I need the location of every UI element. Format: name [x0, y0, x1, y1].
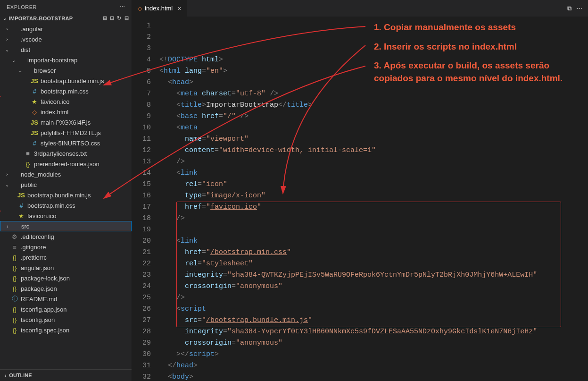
code-line[interactable]: <meta: [159, 122, 588, 134]
chevron-down-icon: ⌄: [3, 16, 7, 21]
code-line[interactable]: crossorigin="anonymous": [159, 338, 588, 349]
tree-item-label: importar-bootstrap: [27, 57, 77, 64]
json-icon: {}: [10, 275, 19, 282]
close-icon[interactable]: ×: [177, 5, 181, 12]
code-line[interactable]: rel="stylesheet": [159, 258, 588, 270]
tree-item-readme-md[interactable]: ⓘREADME.md: [0, 294, 132, 304]
chevron-icon: ⌄: [4, 47, 10, 52]
outline-section[interactable]: › OUTLINE: [0, 369, 132, 381]
tree-item-bootstrap-min-css[interactable]: #bootstrap.min.css: [0, 86, 132, 96]
code-line[interactable]: />: [159, 292, 588, 304]
tree-item-src[interactable]: ›src: [0, 221, 132, 231]
refresh-icon[interactable]: ↻: [117, 15, 121, 21]
tree-item--angular[interactable]: ›.angular: [0, 24, 132, 34]
code-line[interactable]: />: [159, 213, 588, 224]
tree-item-dist[interactable]: ⌄dist: [0, 44, 132, 55]
file-icon: ≡: [10, 244, 19, 251]
tab-label: index.html: [145, 5, 173, 12]
tab-index-html[interactable]: ◇ index.html ×: [132, 0, 187, 17]
code-line[interactable]: <body>: [159, 372, 588, 381]
tree-item-label: tsconfig.json: [21, 316, 55, 323]
tree-item-label: .vscode: [21, 36, 42, 43]
tree-item-tsconfig-json[interactable]: {}tsconfig.json: [0, 314, 132, 325]
annotation-3: 3. Após executar o build, os assets serã…: [374, 59, 577, 85]
star-icon: ★: [30, 98, 39, 105]
code-line[interactable]: crossorigin="anonymous": [159, 281, 588, 292]
new-folder-icon[interactable]: ⊡: [110, 15, 114, 21]
code-line[interactable]: src="/bootstrap.bundle.min.js": [159, 315, 588, 326]
tree-item-tsconfig-spec-json[interactable]: {}tsconfig.spec.json: [0, 325, 132, 335]
tree-item-polyfills-ffhmd2tl-js[interactable]: JSpolyfills-FFHMD2TL.js: [0, 127, 132, 138]
json-icon: {}: [24, 161, 32, 168]
tree-item-label: src: [21, 223, 29, 230]
chevron-icon: ⌄: [17, 68, 24, 73]
code-line[interactable]: content="width=device-width, initial-sca…: [159, 145, 588, 156]
tree-item-label: 3rdpartylicenses.txt: [34, 150, 87, 157]
tree-item-favicon-ico[interactable]: ★favicon.ico: [0, 211, 132, 221]
tree-item--vscode[interactable]: ›.vscode: [0, 34, 132, 44]
tree-item-label: tsconfig.spec.json: [21, 327, 69, 334]
js-icon: JS: [30, 119, 39, 126]
code-line[interactable]: href="favicon.ico": [159, 202, 588, 213]
tree-item-prerendered-routes-json[interactable]: {}prerendered-routes.json: [0, 159, 132, 169]
code-line[interactable]: ></script>: [159, 349, 588, 360]
json-icon: {}: [10, 264, 19, 271]
code-line[interactable]: integrity="sha384-YvpcrYf0tY3lHB60NNkmXc…: [159, 326, 588, 338]
chevron-icon: ›: [4, 37, 10, 42]
code-line[interactable]: [159, 224, 588, 236]
tree-item-importar-bootstrap[interactable]: ⌄importar-bootstrap: [0, 55, 132, 65]
tree-item-label: bootstrap.min.css: [27, 202, 75, 209]
js-icon: JS: [30, 129, 39, 136]
more-actions-icon[interactable]: ⋯: [576, 5, 582, 12]
tree-item--editorconfig[interactable]: ⚙.editorconfig: [0, 231, 132, 242]
code-line[interactable]: name="viewport": [159, 134, 588, 145]
code-line[interactable]: </head>: [159, 360, 588, 372]
tree-item-label: README.md: [21, 296, 57, 303]
code-line[interactable]: type="image/x-icon": [159, 190, 588, 202]
tree-item-label: node_modules: [21, 171, 61, 178]
code-line[interactable]: href="/bootstrap.min.css": [159, 247, 588, 258]
tree-item-tsconfig-app-json[interactable]: {}tsconfig.app.json: [0, 304, 132, 314]
tree-item-favicon-ico[interactable]: ★favicon.ico: [0, 96, 132, 107]
tree-item-package-lock-json[interactable]: {}package-lock.json: [0, 273, 132, 283]
info-icon: ⓘ: [10, 295, 19, 303]
json-icon: {}: [10, 327, 19, 334]
code-line[interactable]: <title>ImportarBootstrap</title>: [159, 100, 588, 111]
tree-item-browser[interactable]: ⌄browser: [0, 65, 132, 76]
explorer-header: EXPLORER ⋯: [0, 0, 132, 14]
project-header[interactable]: ⌄ IMPORTAR-BOOTSTRAP ⊞ ⊡ ↻ ⊟: [0, 14, 132, 23]
tree-item--prettierrc[interactable]: {}.prettierrc: [0, 252, 132, 262]
code-line[interactable]: <link: [159, 236, 588, 247]
explorer-title: EXPLORER: [7, 4, 37, 10]
code-line[interactable]: rel="icon": [159, 179, 588, 190]
tree-item-styles-5inurtso-css[interactable]: #styles-5INURTSO.css: [0, 138, 132, 148]
json-icon: {}: [10, 254, 19, 261]
tree-item-label: bootstrap.min.css: [41, 88, 89, 95]
tree-item-bootstrap-min-css[interactable]: #bootstrap.min.css: [0, 200, 132, 211]
code-line[interactable]: <script: [159, 304, 588, 315]
tree-item-label: bootstrap.bundle.min.js: [27, 192, 91, 199]
chevron-icon: ⌄: [4, 182, 10, 187]
tree-item-bootstrap-bundle-min-js[interactable]: JSbootstrap.bundle.min.js: [0, 190, 132, 200]
code-line[interactable]: integrity="sha384-QWTKZyjpPEjISv5WaRU9OF…: [159, 270, 588, 281]
split-editor-icon[interactable]: ⧉: [567, 5, 571, 12]
more-icon[interactable]: ⋯: [120, 4, 125, 10]
tree-item-node-modules[interactable]: ›node_modules: [0, 169, 132, 179]
outline-label: OUTLINE: [9, 373, 32, 378]
code-line[interactable]: />: [159, 156, 588, 168]
tree-item-public[interactable]: ⌄public: [0, 179, 132, 190]
tree-item-package-json[interactable]: {}package.json: [0, 283, 132, 294]
editor-tabs: ◇ index.html × ⧉ ⋯: [132, 0, 588, 17]
tree-item-angular-json[interactable]: {}angular.json: [0, 262, 132, 273]
collapse-icon[interactable]: ⊟: [124, 15, 129, 21]
tree-item-3rdpartylicenses-txt[interactable]: ≡3rdpartylicenses.txt: [0, 148, 132, 159]
code-line[interactable]: <base href="/" />: [159, 111, 588, 122]
tree-item-bootstrap-bundle-min-js[interactable]: JSbootstrap.bundle.min.js: [0, 76, 132, 86]
file-tree[interactable]: ›.angular›.vscode⌄dist⌄importar-bootstra…: [0, 23, 132, 369]
annotation-2: 2. Inserir os scripts no index.html: [374, 41, 577, 53]
new-file-icon[interactable]: ⊞: [103, 15, 107, 21]
tree-item-index-html[interactable]: ◇index.html: [0, 107, 132, 117]
code-line[interactable]: <link: [159, 168, 588, 179]
tree-item--gitignore[interactable]: ≡.gitignore: [0, 242, 132, 252]
tree-item-main-pxgx6i4f-js[interactable]: JSmain-PXGX6I4F.js: [0, 117, 132, 127]
